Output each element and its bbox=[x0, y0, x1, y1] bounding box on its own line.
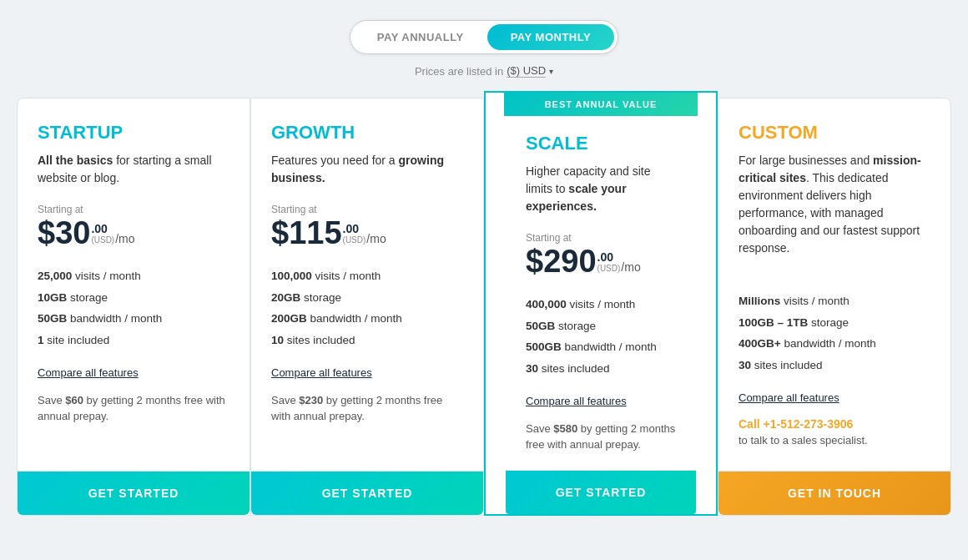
currency-prefix: Prices are listed in bbox=[415, 65, 503, 78]
compare-link-growth[interactable]: Compare all features bbox=[271, 366, 463, 379]
best-value-badge: BEST ANNUAL VALUE bbox=[504, 93, 698, 116]
list-item: 50GB storage bbox=[526, 315, 676, 337]
features-list-startup: 25,000 visits / month10GB storage50GB ba… bbox=[38, 265, 229, 351]
save-text-scale: Save $580 by getting 2 months free with … bbox=[526, 421, 676, 453]
plan-desc-custom: For large businesses and mission-critica… bbox=[739, 152, 930, 257]
starting-at-startup: Starting at bbox=[38, 204, 229, 215]
price-cents-block-scale: .00(USD) bbox=[597, 251, 621, 274]
price-amount-scale: $290 bbox=[526, 245, 597, 277]
list-item: 25,000 visits / month bbox=[38, 265, 229, 287]
list-item: 500GB bandwidth / month bbox=[526, 336, 676, 358]
price-cents-scale: .00 bbox=[597, 251, 621, 263]
plan-name-custom: CUSTOM bbox=[739, 122, 930, 144]
plan-name-startup: STARTUP bbox=[38, 122, 229, 144]
price-row-scale: $290.00(USD)/mo bbox=[526, 245, 676, 277]
price-mo-scale: /mo bbox=[621, 260, 640, 274]
cta-button-growth[interactable]: GET STARTED bbox=[251, 472, 483, 515]
price-usd-startup: (USD) bbox=[91, 235, 114, 245]
plan-card-scale: BEST ANNUAL VALUESCALEHigher capacity an… bbox=[484, 91, 718, 516]
list-item: 10 sites included bbox=[271, 330, 463, 351]
plan-name-growth: GROWTH bbox=[271, 122, 463, 144]
currency-link[interactable]: ($) USD bbox=[507, 64, 546, 78]
save-text-startup: Save $60 by getting 2 months free with a… bbox=[38, 392, 229, 425]
cta-button-scale[interactable]: GET STARTED bbox=[506, 471, 696, 514]
plan-card-startup: STARTUPAll the basics for starting a sma… bbox=[17, 98, 250, 516]
currency-label: Prices are listed in ($) USD ▾ bbox=[415, 64, 553, 78]
price-usd-scale: (USD) bbox=[597, 263, 621, 274]
compare-link-scale[interactable]: Compare all features bbox=[526, 395, 676, 407]
price-mo-growth: /mo bbox=[366, 232, 386, 245]
call-sub-custom: to talk to a sales specialist. bbox=[739, 434, 930, 446]
cta-button-custom[interactable]: GET IN TOUCH bbox=[718, 472, 950, 515]
list-item: 20GB storage bbox=[271, 287, 463, 309]
plan-name-scale: SCALE bbox=[526, 133, 676, 154]
list-item: 10GB storage bbox=[38, 287, 229, 309]
list-item: 400GB+ bandwidth / month bbox=[739, 333, 930, 355]
starting-at-scale: Starting at bbox=[526, 232, 676, 244]
price-usd-growth: (USD) bbox=[343, 235, 366, 245]
cta-button-startup[interactable]: GET STARTED bbox=[18, 472, 250, 515]
featured-inner: SCALEHigher capacity and site limits to … bbox=[506, 116, 696, 514]
list-item: 100GB – 1TB storage bbox=[739, 312, 930, 334]
features-list-growth: 100,000 visits / month20GB storage200GB … bbox=[271, 265, 463, 351]
starting-at-growth: Starting at bbox=[271, 204, 463, 215]
plan-card-custom: CUSTOMFor large businesses and mission-c… bbox=[718, 98, 951, 516]
plans-grid: STARTUPAll the basics for starting a sma… bbox=[17, 98, 951, 516]
price-mo-startup: /mo bbox=[115, 232, 134, 245]
price-amount-growth: $115 bbox=[271, 217, 342, 249]
price-cents-startup: .00 bbox=[91, 223, 114, 235]
features-list-custom: Millions visits / month100GB – 1TB stora… bbox=[739, 290, 930, 376]
list-item: 100,000 visits / month bbox=[271, 265, 463, 287]
list-item: 50GB bandwidth / month bbox=[38, 308, 229, 330]
plan-desc-scale: Higher capacity and site limits to scale… bbox=[526, 163, 676, 215]
call-link-custom[interactable]: Call +1-512-273-3906 bbox=[739, 417, 930, 431]
features-list-scale: 400,000 visits / month50GB storage500GB … bbox=[526, 294, 676, 380]
list-item: 200GB bandwidth / month bbox=[271, 308, 463, 330]
price-row-growth: $115.00(USD)/mo bbox=[271, 217, 463, 249]
price-amount-startup: $30 bbox=[38, 217, 90, 249]
list-item: 30 sites included bbox=[526, 358, 676, 380]
list-item: 1 site included bbox=[38, 330, 229, 351]
price-cents-block-startup: .00(USD) bbox=[91, 223, 114, 245]
list-item: 400,000 visits / month bbox=[526, 294, 676, 315]
plan-desc-growth: Features you need for a growing business… bbox=[271, 152, 463, 187]
price-cents-block-growth: .00(USD) bbox=[343, 223, 366, 245]
list-item: Millions visits / month bbox=[739, 290, 930, 312]
plan-desc-startup: All the basics for starting a small webs… bbox=[38, 152, 229, 187]
price-row-startup: $30.00(USD)/mo bbox=[38, 217, 229, 249]
compare-link-custom[interactable]: Compare all features bbox=[739, 391, 930, 404]
billing-toggle[interactable]: PAY ANNUALLY PAY MONTHLY bbox=[350, 20, 618, 54]
save-text-growth: Save $230 by getting 2 months free with … bbox=[271, 392, 463, 425]
plan-card-growth: GROWTHFeatures you need for a growing bu… bbox=[250, 98, 484, 516]
chevron-down-icon[interactable]: ▾ bbox=[549, 67, 553, 76]
list-item: 30 sites included bbox=[739, 355, 930, 376]
pay-monthly-button[interactable]: PAY MONTHLY bbox=[487, 24, 615, 50]
compare-link-startup[interactable]: Compare all features bbox=[38, 366, 229, 379]
pay-annually-button[interactable]: PAY ANNUALLY bbox=[354, 24, 487, 50]
price-cents-growth: .00 bbox=[343, 223, 366, 235]
